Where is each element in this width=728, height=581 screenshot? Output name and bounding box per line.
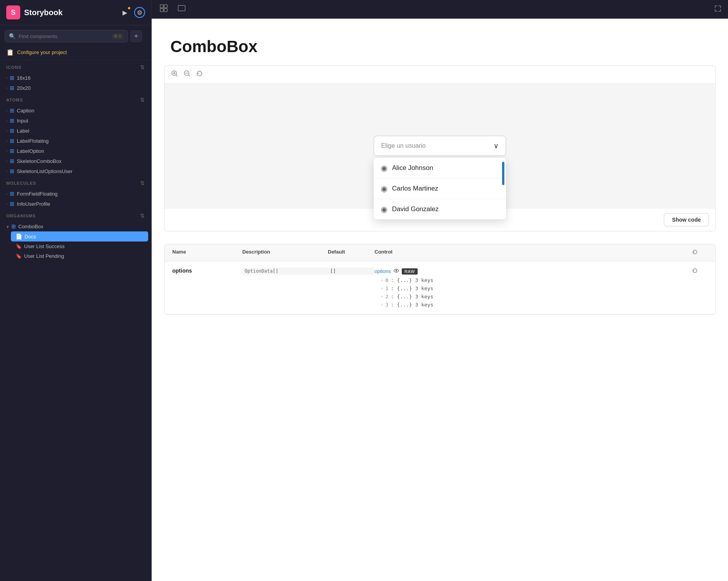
sidebar-item-labeloption[interactable]: › ⊞ LabelOption	[0, 146, 151, 156]
add-button[interactable]: +	[130, 30, 142, 42]
zoom-in-icon[interactable]	[171, 70, 178, 79]
sidebar-item-label: User List Pending	[24, 253, 64, 259]
preview-frame: Elige un usuario ∨ ◉ Alice Johnson ◉	[164, 65, 716, 231]
prop-name: options	[172, 268, 242, 274]
grid-icon: ⊞	[10, 85, 14, 91]
sidebar-item-label: LabelFlotating	[17, 138, 49, 144]
sidebar-item-icons-20[interactable]: › ⊞ 20x20	[0, 83, 151, 93]
gear-icon[interactable]: ⚙	[134, 7, 145, 18]
preview-toolbar	[164, 66, 715, 84]
svg-rect-3	[164, 9, 167, 12]
section-icons-toggle[interactable]: ⇅	[140, 64, 145, 70]
sidebar-item-label[interactable]: › ⊞ Label	[0, 126, 151, 136]
section-atoms-label: ATOMS	[6, 98, 23, 102]
sidebar-item-combobox-group[interactable]: ∨ ⊞ ComboBox	[0, 221, 151, 231]
grid-icon: ⊞	[10, 75, 14, 81]
frame-view-icon[interactable]	[176, 2, 187, 16]
search-icon: 🔍	[9, 33, 16, 39]
fullscreen-icon[interactable]	[714, 5, 722, 14]
control-subitem-3[interactable]: › 3 : {...} 3 keys	[374, 302, 692, 308]
grid-icon: ⊞	[11, 223, 16, 229]
search-input[interactable]	[19, 33, 108, 39]
user-avatar-icon: ◉	[381, 184, 387, 193]
grid-icon: ⊞	[10, 191, 14, 197]
grid-icon: ⊞	[10, 107, 14, 114]
scrollbar-track	[502, 162, 504, 174]
dropdown-item[interactable]: ◉ Alice Johnson	[374, 158, 506, 178]
control-subitem-2[interactable]: › 2 : {...} 3 keys	[374, 294, 692, 299]
sidebar-item-labelfloating[interactable]: › ⊞ LabelFlotating	[0, 136, 151, 146]
sidebar-item-infouserprofile[interactable]: › ⊞ InfoUserProfile	[0, 199, 151, 209]
sidebar-item-docs[interactable]: 📄 Docs	[11, 231, 148, 242]
chevron-right-icon: ›	[6, 192, 7, 196]
sidebar-item-userlistsuccess[interactable]: 🔖 User List Success	[0, 242, 151, 251]
combobox-component[interactable]: Elige un usuario ∨ ◉ Alice Johnson ◉	[374, 136, 506, 156]
configure-icon: 📋	[6, 49, 14, 56]
section-organisms-toggle[interactable]: ⇅	[140, 213, 145, 219]
col-description: Description	[242, 249, 328, 256]
page-title: ComboBox	[152, 19, 728, 65]
top-toolbar	[152, 0, 728, 19]
prop-control: options RAW › 0 : {...} 3 keys	[374, 268, 692, 308]
sidebar-item-label: 16x16	[17, 75, 30, 81]
preview-canvas: Elige un usuario ∨ ◉ Alice Johnson ◉	[164, 84, 715, 208]
user-avatar-icon: ◉	[381, 205, 387, 214]
chevron-right-icon: ›	[381, 286, 383, 290]
sidebar-item-label: LabelOption	[17, 148, 44, 154]
reset-zoom-icon[interactable]	[196, 70, 203, 79]
grid-icon: ⊞	[10, 201, 14, 207]
combobox-input[interactable]: Elige un usuario ∨	[374, 136, 506, 156]
control-value: : {...} 3 keys	[391, 277, 434, 283]
app-title: Storybook	[24, 8, 63, 17]
chevron-right-icon: ›	[6, 119, 7, 123]
dropdown-item[interactable]: ◉ Carlos Martinez	[374, 178, 506, 199]
sidebar-item-skeletoncombobox[interactable]: › ⊞ SkeletonComboBox	[0, 156, 151, 166]
reset-control-icon[interactable]	[692, 268, 707, 275]
main-content: ComboBox	[152, 0, 728, 581]
sidebar-item-formfieldfloating[interactable]: › ⊞ FormFieldFloating	[0, 189, 151, 199]
grid-icon: ⊞	[10, 117, 14, 124]
show-code-button[interactable]: Show code	[664, 213, 709, 226]
control-header: options RAW	[374, 268, 692, 275]
doc-icon: 📄	[16, 233, 22, 240]
sidebar-item-label: SkeletonListOptionsUser	[17, 168, 72, 174]
prop-type: OptionData[]	[242, 268, 328, 275]
svg-rect-1	[164, 5, 167, 8]
sidebar-item-label: Caption	[17, 108, 34, 114]
section-organisms-header: ORGANISMS ⇅	[0, 209, 151, 221]
svg-rect-4	[178, 5, 185, 11]
section-icons-label: ICONS	[6, 65, 21, 70]
raw-badge[interactable]: RAW	[402, 268, 418, 275]
props-table-header: Name Description Default Control	[164, 244, 715, 261]
sidebar-item-caption[interactable]: › ⊞ Caption	[0, 105, 151, 116]
section-atoms-header: ATOMS ⇅	[0, 93, 151, 105]
zoom-out-icon[interactable]	[183, 70, 191, 79]
chevron-down-icon: ∨	[6, 224, 9, 229]
control-value: : {...} 3 keys	[391, 285, 434, 291]
dropdown-item[interactable]: ◉ David Gonzalez	[374, 199, 506, 219]
control-options-link[interactable]: options	[374, 268, 391, 274]
control-subitem-1[interactable]: › 1 : {...} 3 keys	[374, 285, 692, 291]
chevron-right-icon: ›	[6, 108, 7, 113]
configure-project-row[interactable]: 📋 Configure your project	[0, 45, 151, 60]
dropdown-item-label: Carlos Martinez	[392, 185, 438, 192]
grid-view-icon[interactable]	[158, 2, 170, 16]
section-molecules-toggle[interactable]: ⇅	[140, 180, 145, 186]
col-control: Control	[374, 249, 692, 256]
col-default: Default	[328, 249, 374, 256]
control-subitem-0[interactable]: › 0 : {...} 3 keys	[374, 277, 692, 283]
sidebar: S Storybook ▶ ⚙ 🔍 ⌘ K + 📋 Configure your…	[0, 0, 152, 581]
bookmark-icon: 🔖	[16, 243, 22, 249]
sidebar-item-label: SkeletonComboBox	[17, 158, 61, 164]
sidebar-item-skeletonlistoptionsuser[interactable]: › ⊞ SkeletonListOptionsUser	[0, 166, 151, 176]
play-icon[interactable]: ▶	[119, 7, 130, 18]
sidebar-item-input[interactable]: › ⊞ Input	[0, 116, 151, 126]
sidebar-item-userlistpending[interactable]: 🔖 User List Pending	[0, 251, 151, 261]
sidebar-item-icons-16[interactable]: › ⊞ 16x16	[0, 73, 151, 83]
control-index: 1	[385, 285, 388, 291]
eye-icon[interactable]	[393, 268, 399, 275]
chevron-right-icon: ›	[6, 202, 7, 206]
search-wrapper[interactable]: 🔍 ⌘ K	[5, 30, 128, 42]
section-atoms-toggle[interactable]: ⇅	[140, 97, 145, 103]
svg-rect-2	[160, 9, 163, 12]
